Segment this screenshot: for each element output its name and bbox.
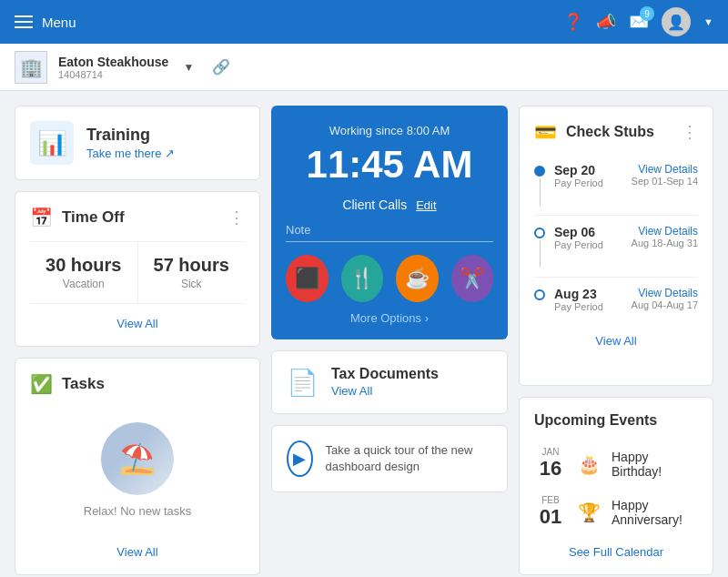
events-title: Upcoming Events bbox=[534, 412, 698, 429]
stub-date: Aug 23 bbox=[554, 287, 622, 301]
stub-item: Sep 06 Pay Period View Details Aug 18-Au… bbox=[534, 216, 698, 278]
tasks-card: ✅ Tasks ⛱️ Relax! No new tasks View All bbox=[15, 358, 260, 575]
calendar-icon: 📅 bbox=[30, 207, 53, 228]
stub-period: Aug 04-Aug 17 bbox=[632, 299, 698, 310]
training-text: Training Take me there ↗ bbox=[86, 126, 175, 161]
clock-more-options[interactable]: More Options › bbox=[286, 311, 493, 325]
taxdoc-icon: 📄 bbox=[287, 368, 318, 398]
clock-stop-button[interactable]: ⬛ bbox=[286, 255, 329, 302]
sick-label: Sick bbox=[146, 278, 238, 290]
taxdoc-text: Tax Documents View All bbox=[331, 366, 439, 399]
stub-item: Aug 23 Pay Period View Details Aug 04-Au… bbox=[534, 278, 698, 321]
company-link-icon[interactable]: 🔗 bbox=[212, 58, 230, 76]
vacation-label: Vacation bbox=[37, 278, 130, 290]
tasks-title: Tasks bbox=[62, 375, 105, 393]
timeoff-header-left: 📅 Time Off bbox=[30, 207, 125, 228]
anniversary-icon: 🏆 bbox=[578, 501, 601, 523]
timeoff-viewall: View All bbox=[30, 315, 245, 331]
main-content: 📊 Training Take me there ↗ 📅 Time Off ⋮ bbox=[0, 91, 728, 577]
topnav-right: ❓ 📣 ✉️ 9 👤 ▼ bbox=[563, 7, 713, 36]
training-title: Training bbox=[86, 126, 175, 145]
taxdoc-viewall-link[interactable]: View All bbox=[331, 384, 372, 398]
messages-icon[interactable]: ✉️ 9 bbox=[629, 12, 649, 32]
clock-break-button[interactable]: ☕ bbox=[396, 255, 439, 302]
stub-viewdetails-link[interactable]: View Details bbox=[632, 163, 698, 176]
tour-text: Take a quick tour of the new dashboard d… bbox=[326, 442, 492, 475]
checkstubs-viewall-link[interactable]: View All bbox=[595, 334, 636, 348]
taxdocs-card: 📄 Tax Documents View All bbox=[271, 350, 508, 414]
timeoff-menu-icon[interactable]: ⋮ bbox=[228, 208, 245, 228]
stub-period: Sep 01-Sep 14 bbox=[632, 176, 698, 187]
tour-card[interactable]: ▶ Take a quick tour of the new dashboard… bbox=[271, 425, 508, 492]
checkstubs-card: 💳 Check Stubs ⋮ Sep 20 Pay Period bbox=[519, 106, 713, 386]
stub-dot bbox=[534, 228, 545, 238]
training-card: 📊 Training Take me there ↗ bbox=[15, 106, 260, 180]
company-name: Eaton Steakhouse bbox=[58, 55, 168, 69]
stub-dot-active bbox=[534, 166, 545, 177]
event-date-feb: FEB 01 bbox=[534, 495, 567, 529]
stub-list: Sep 20 Pay Period View Details Sep 01-Se… bbox=[534, 154, 698, 321]
stub-viewdetails-link[interactable]: View Details bbox=[632, 225, 698, 238]
notification-icon[interactable]: 📣 bbox=[596, 12, 616, 32]
help-icon[interactable]: ❓ bbox=[563, 12, 583, 32]
stub-info: Aug 23 Pay Period bbox=[554, 287, 622, 312]
menu-label[interactable]: Menu bbox=[42, 15, 76, 30]
timeoff-header: 📅 Time Off ⋮ bbox=[30, 207, 245, 228]
company-chevron-icon[interactable]: ▼ bbox=[183, 61, 194, 74]
stub-line bbox=[540, 240, 541, 268]
company-logo: 🏢 bbox=[15, 51, 47, 84]
event-month: FEB bbox=[534, 495, 567, 505]
stub-date: Sep 06 bbox=[554, 225, 622, 239]
topnav: Menu ❓ 📣 ✉️ 9 👤 ▼ bbox=[0, 0, 728, 44]
vacation-stat: 30 hours Vacation bbox=[30, 242, 138, 303]
vacation-hours: 30 hours bbox=[37, 255, 130, 276]
tasks-viewall-link[interactable]: View All bbox=[116, 545, 157, 559]
event-item: JAN 16 🎂 Happy Birthday! bbox=[534, 440, 698, 488]
stub-dot-col bbox=[534, 225, 545, 268]
training-icon: 📊 bbox=[30, 121, 74, 165]
event-item: FEB 01 🏆 Happy Anniversary! bbox=[534, 488, 698, 536]
left-column: 📊 Training Take me there ↗ 📅 Time Off ⋮ bbox=[15, 106, 260, 575]
training-link[interactable]: Take me there ↗ bbox=[86, 147, 175, 160]
timeoff-viewall-link[interactable]: View All bbox=[116, 317, 157, 330]
see-full-calendar-link[interactable]: See Full Calendar bbox=[569, 545, 663, 559]
messages-badge: 9 bbox=[640, 6, 654, 21]
birthday-icon: 🎂 bbox=[578, 453, 601, 475]
company-id: 14048714 bbox=[58, 69, 168, 80]
stub-dot bbox=[534, 289, 545, 300]
clock-edit-link[interactable]: Edit bbox=[416, 198, 436, 212]
avatar[interactable]: 👤 bbox=[662, 7, 691, 36]
tasks-empty-image: ⛱️ bbox=[101, 422, 174, 495]
checkstubs-header-left: 💳 Check Stubs bbox=[534, 121, 654, 143]
stub-line bbox=[540, 178, 541, 206]
clock-card: Working since 8:00 AM 11:45 AM Client Ca… bbox=[271, 106, 508, 339]
avatar-chevron[interactable]: ▼ bbox=[703, 16, 713, 27]
tasks-empty: ⛱️ Relax! No new tasks bbox=[30, 408, 245, 532]
stub-period: Aug 18-Aug 31 bbox=[632, 238, 698, 248]
stub-item: Sep 20 Pay Period View Details Sep 01-Se… bbox=[534, 154, 698, 216]
clock-time: 11:45 AM bbox=[286, 143, 493, 187]
clock-actions: ⬛ 🍴 ☕ ✂️ bbox=[286, 255, 493, 302]
clock-activity: Client Calls Edit bbox=[286, 197, 493, 212]
clock-more-button[interactable]: ✂️ bbox=[451, 255, 494, 302]
event-day: 16 bbox=[534, 457, 567, 481]
stub-viewdetails-link[interactable]: View Details bbox=[632, 287, 698, 299]
checkstubs-icon: 💳 bbox=[534, 121, 557, 143]
stub-right: View Details Aug 18-Aug 31 bbox=[632, 225, 698, 248]
clock-meal-button[interactable]: 🍴 bbox=[341, 255, 384, 302]
stub-dot-col bbox=[534, 163, 545, 206]
clock-note-field: Note bbox=[286, 221, 493, 242]
tour-play-icon[interactable]: ▶ bbox=[287, 440, 313, 477]
timeoff-stats: 30 hours Vacation 57 hours Sick bbox=[30, 241, 245, 304]
clock-activity-label: Client Calls bbox=[342, 197, 407, 212]
event-date-jan: JAN 16 bbox=[534, 447, 567, 481]
clock-note-label: Note bbox=[286, 223, 310, 237]
checkstubs-header: 💳 Check Stubs ⋮ bbox=[534, 121, 698, 143]
company-info: Eaton Steakhouse 14048714 bbox=[58, 55, 168, 80]
timeoff-title: Time Off bbox=[62, 208, 125, 227]
sick-hours: 57 hours bbox=[146, 255, 238, 276]
checkstubs-menu-icon[interactable]: ⋮ bbox=[682, 122, 698, 142]
event-month: JAN bbox=[534, 447, 567, 457]
hamburger-menu[interactable] bbox=[15, 15, 33, 28]
topnav-left: Menu bbox=[15, 15, 76, 30]
